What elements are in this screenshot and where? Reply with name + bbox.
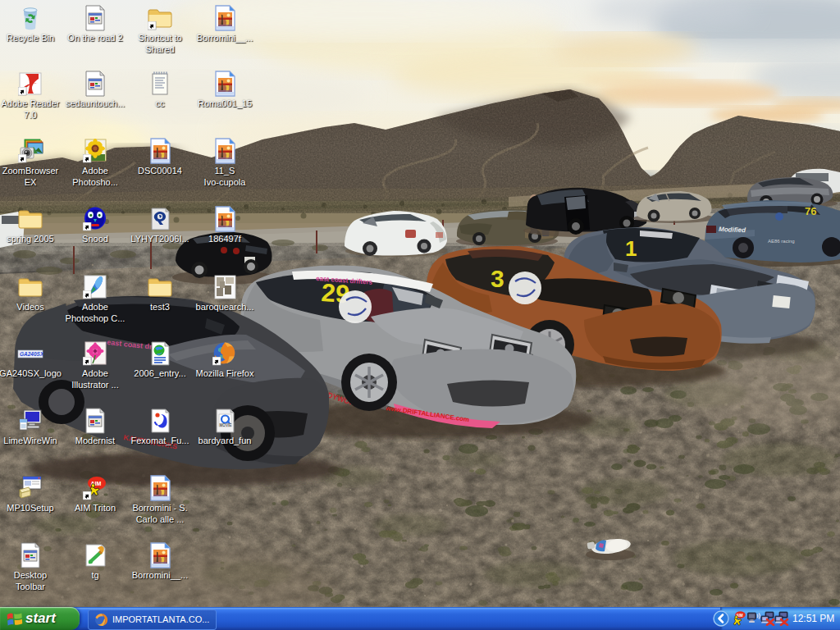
svg-text:3: 3: [491, 265, 504, 292]
svg-text:1: 1: [625, 236, 637, 261]
svg-text:Modified: Modified: [719, 226, 746, 234]
svg-text:76: 76: [805, 205, 816, 217]
svg-text:AE86 racing: AE86 racing: [768, 239, 795, 244]
